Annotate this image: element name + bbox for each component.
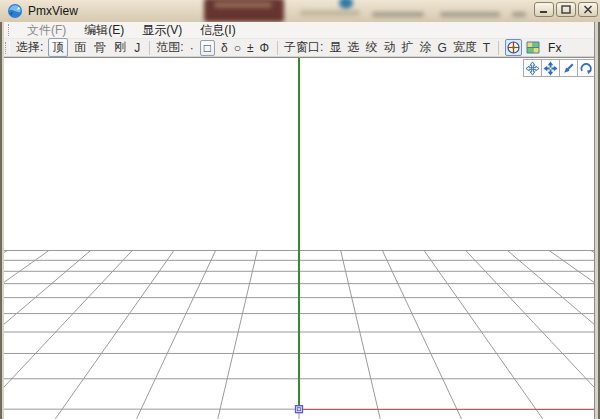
toolbar-separator: [277, 41, 278, 55]
camera-move-button[interactable]: [541, 59, 560, 77]
subwindow-group-label: 子窗口:: [284, 39, 323, 56]
range-mode-box[interactable]: □: [200, 40, 215, 56]
aero-glass-blur: [214, 2, 272, 8]
aero-glass-blur: [512, 12, 526, 17]
viewport-3d[interactable]: [4, 57, 594, 419]
maximize-button[interactable]: [556, 2, 576, 17]
select-mode-vertex[interactable]: 顶: [48, 38, 68, 57]
window-title: PmxView: [28, 4, 78, 18]
close-button[interactable]: [578, 2, 598, 17]
grid-column-line: [424, 250, 543, 419]
minimize-button[interactable]: [534, 2, 554, 17]
toolbar-separator: [149, 41, 150, 55]
grid-column-line: [549, 250, 594, 419]
range-mode-phi[interactable]: Φ: [259, 41, 269, 55]
select-mode-face[interactable]: 面: [74, 39, 86, 56]
split-view-icon: [526, 41, 540, 54]
grid-column-line: [382, 250, 461, 419]
viewport-grid: [4, 58, 594, 419]
select-mode-bone[interactable]: 骨: [94, 39, 106, 56]
pmxview-app-icon: [7, 3, 23, 19]
grid-column-line: [55, 250, 174, 419]
grid-column-line: [4, 250, 132, 419]
maximize-icon: [561, 5, 571, 14]
grid-column-line: [341, 250, 381, 419]
select-group-label: 选择:: [16, 39, 43, 56]
camera-controls: [524, 59, 596, 77]
subwindow-motion[interactable]: 动: [383, 39, 395, 56]
grid-column-line: [4, 250, 91, 419]
grid-column-line: [4, 250, 49, 419]
range-mode-circle[interactable]: ○: [234, 41, 241, 55]
toolbar-gripper[interactable]: [5, 42, 10, 54]
range-mode-point[interactable]: ·: [190, 41, 194, 55]
origin-bone-marker[interactable]: [296, 406, 303, 413]
camera-pan-button[interactable]: [523, 59, 542, 77]
zoom-icon: [561, 61, 576, 76]
minimize-icon: [539, 5, 549, 14]
axis-view-icon: [507, 41, 520, 54]
select-mode-rigid[interactable]: 刚: [114, 39, 126, 56]
subwindow-g[interactable]: G: [437, 41, 446, 55]
menu-edit[interactable]: 编辑(E): [75, 21, 133, 40]
range-mode-delta[interactable]: δ: [221, 41, 228, 55]
subwindow-display[interactable]: 显: [329, 39, 341, 56]
menu-bar: 文件(F) 编辑(E) 显示(V) 信息(I): [2, 22, 598, 39]
subwindow-filter[interactable]: 绞: [365, 39, 377, 56]
subwindow-paint[interactable]: 涂: [419, 39, 431, 56]
window-frame-left: [0, 22, 4, 419]
split-view-button[interactable]: [524, 39, 541, 56]
aero-glass-blur: [440, 12, 500, 17]
aero-glass-blur: [372, 12, 424, 17]
menu-file[interactable]: 文件(F): [18, 21, 75, 40]
subwindow-t[interactable]: T: [483, 41, 490, 55]
toolbar-separator: [498, 41, 499, 55]
menu-view[interactable]: 显示(V): [133, 21, 191, 40]
subwindow-width[interactable]: 宽度: [453, 39, 477, 56]
aero-glass-blur: [339, 0, 353, 9]
camera-zoom-button[interactable]: [559, 59, 578, 77]
fx-label[interactable]: Fx: [548, 41, 561, 55]
window-controls: [534, 2, 598, 17]
move-icon: [543, 61, 558, 76]
grid-column-line: [136, 250, 215, 419]
range-mode-plusminus[interactable]: ±: [247, 41, 254, 55]
grid-column-line: [218, 250, 258, 419]
menubar-gripper[interactable]: [8, 24, 13, 36]
grid-column-line: [4, 250, 7, 419]
select-mode-joint[interactable]: J: [134, 41, 140, 55]
range-group-label: 范围:: [156, 39, 183, 56]
close-icon: [583, 5, 593, 14]
subwindow-select[interactable]: 选: [347, 39, 359, 56]
subwindow-extend[interactable]: 扩: [401, 39, 413, 56]
window-frame-right: [594, 22, 600, 419]
pmxview-window: { "window": { "title": "PmxView" }, "men…: [0, 0, 600, 419]
rotate-icon: [579, 61, 594, 76]
menu-info[interactable]: 信息(I): [191, 21, 244, 40]
aero-glass-blur: [300, 10, 360, 16]
toolbar: 选择: 顶 面 骨 刚 J 范围: · □ δ ○ ± Φ 子窗口: 显 选 绞…: [2, 39, 598, 57]
grid-column-line: [507, 250, 594, 419]
axis-view-button[interactable]: [505, 39, 522, 56]
grid-column-line: [466, 250, 594, 419]
pan-icon: [525, 61, 540, 76]
